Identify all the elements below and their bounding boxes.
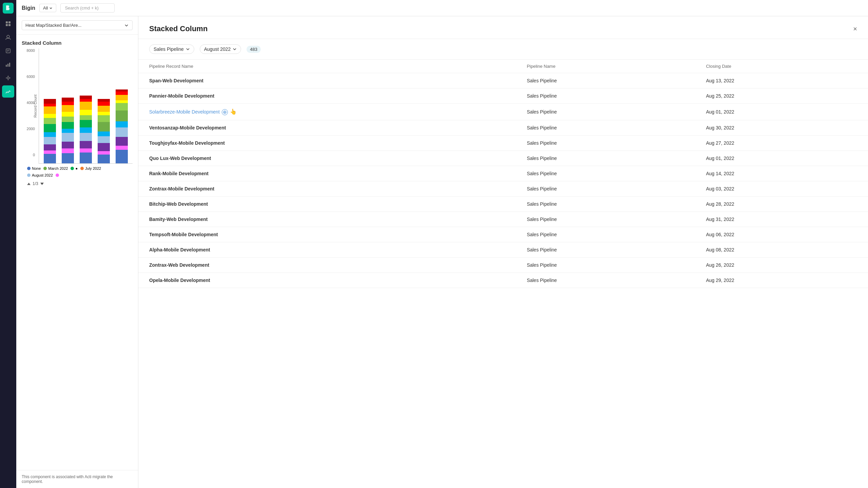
bar-segment xyxy=(116,146,128,150)
cell-pipeline-name: Sales Pipeline xyxy=(516,258,695,273)
svg-rect-2 xyxy=(6,24,8,26)
cell-closing-date: Aug 25, 2022 xyxy=(695,88,868,104)
bar-segment xyxy=(98,115,110,122)
app-logo xyxy=(3,3,14,14)
stacked-bar-4 xyxy=(98,99,110,163)
chevron-down-icon xyxy=(186,47,190,51)
bar-segment xyxy=(98,131,110,136)
record-name-link[interactable]: Solarbreeze-Mobile Development xyxy=(149,109,220,115)
table-header: Pipeline Record Name Pipeline Name Closi… xyxy=(138,60,868,73)
sidebar-nav-icon-2[interactable] xyxy=(2,31,14,43)
cell-record-name: Bamity-Web Development xyxy=(138,212,516,227)
stacked-bar-3 xyxy=(80,96,92,163)
cell-pipeline-name: Sales Pipeline xyxy=(516,197,695,212)
stacked-bar-5 xyxy=(116,89,128,163)
next-icon[interactable] xyxy=(40,183,44,185)
sidebar-nav-icon-5[interactable] xyxy=(2,72,14,84)
sidebar-nav-icon-1[interactable] xyxy=(2,18,14,30)
y-label-0: 0 xyxy=(33,153,35,157)
bar-segment xyxy=(116,95,128,100)
bar-group-1 xyxy=(42,48,58,163)
bar-segment xyxy=(116,137,128,146)
svg-rect-3 xyxy=(8,24,11,26)
main-area: Bigin All Search (cmd + k) Heat Map/Stac… xyxy=(16,0,868,488)
bar-segment xyxy=(80,102,92,110)
bar-segment xyxy=(80,148,92,152)
bar-segment xyxy=(116,127,128,137)
cell-closing-date: Aug 26, 2022 xyxy=(695,258,868,273)
cell-record-name: Opela-Mobile Development xyxy=(138,273,516,288)
sidebar-nav-icon-4[interactable] xyxy=(2,58,14,70)
cell-record-name: Zontrax-Mobile Development xyxy=(138,181,516,197)
bar-segment xyxy=(62,142,74,148)
bar-segment xyxy=(80,152,92,163)
legend-extra xyxy=(56,173,59,177)
search-input[interactable]: Search (cmd + k) xyxy=(60,3,115,13)
cell-closing-date: Aug 27, 2022 xyxy=(695,136,868,151)
cell-pipeline-name: Sales Pipeline xyxy=(516,242,695,258)
legend-label-july: July 2022 xyxy=(85,166,101,170)
open-record-icon[interactable] xyxy=(222,109,228,115)
legend-july: July 2022 xyxy=(80,166,101,170)
bar-segment xyxy=(44,124,56,132)
modal-title: Stacked Column xyxy=(149,24,208,33)
cell-closing-date: Aug 01, 2022 xyxy=(695,104,868,120)
bar-segment xyxy=(62,102,74,105)
table-row: Solarbreeze-Mobile Development👆Sales Pip… xyxy=(138,104,868,120)
cell-record-name: Span-Web Development xyxy=(138,73,516,88)
legend-label-march: March 2022 xyxy=(48,166,68,170)
legend-dot-none xyxy=(27,167,31,170)
cell-pipeline-name: Sales Pipeline xyxy=(516,181,695,197)
bar-segment xyxy=(116,121,128,127)
table-row: Rank-Mobile DevelopmentSales PipelineAug… xyxy=(138,166,868,181)
col-closing-date: Closing Date xyxy=(695,60,868,73)
bar-segment xyxy=(80,110,92,115)
bottom-note-text: This component is associated with Acti m… xyxy=(22,474,113,484)
left-panel: Heat Map/Stacked Bar/Are... Stacked Colu… xyxy=(16,16,138,488)
cell-pipeline-name: Sales Pipeline xyxy=(516,166,695,181)
legend-dot-july xyxy=(80,167,84,170)
bar-segment xyxy=(116,110,128,121)
bar-segment xyxy=(44,118,56,124)
chart-type-label: Heat Map/Stacked Bar/Are... xyxy=(25,23,81,28)
legend-label-none: None xyxy=(32,166,41,170)
svg-rect-10 xyxy=(9,63,10,67)
stacked-bar-1 xyxy=(44,99,56,163)
chart-container: Stacked Column 8000 6000 4000 2000 0 Rec… xyxy=(16,35,138,470)
count-badge: 483 xyxy=(246,46,261,53)
sidebar-nav-icon-3[interactable] xyxy=(2,45,14,57)
col-pipeline-name: Pipeline Name xyxy=(516,60,695,73)
svg-rect-1 xyxy=(8,21,11,23)
cell-record-name: Rank-Mobile Development xyxy=(138,166,516,181)
bar-segment xyxy=(44,144,56,150)
legend-pagination: 1/3 xyxy=(22,180,133,187)
legend-march: March 2022 xyxy=(43,166,68,170)
table-row: Opela-Mobile DevelopmentSales PipelineAu… xyxy=(138,273,868,288)
table-row: Bitchip-Web DevelopmentSales PipelineAug… xyxy=(138,197,868,212)
chart-type-selector: Heat Map/Stacked Bar/Are... xyxy=(16,16,138,35)
bar-segment xyxy=(80,115,92,120)
bar-group-3 xyxy=(78,48,94,163)
cell-record-name: Solarbreeze-Mobile Development👆 xyxy=(138,104,516,120)
bar-segment xyxy=(98,99,110,102)
bar-segment xyxy=(80,141,92,148)
sidebar-nav-icon-6[interactable] xyxy=(2,85,14,98)
chart-type-button[interactable]: Heat Map/Stacked Bar/Are... xyxy=(22,20,133,30)
date-label: August 2022 xyxy=(204,46,231,52)
svg-rect-0 xyxy=(6,21,8,23)
all-button[interactable]: All xyxy=(39,4,56,12)
date-filter[interactable]: August 2022 xyxy=(200,44,241,54)
cell-pipeline-name: Sales Pipeline xyxy=(516,212,695,227)
prev-icon[interactable] xyxy=(27,183,31,185)
bar-group-4 xyxy=(96,48,112,163)
bar-segment xyxy=(44,106,56,114)
table-wrapper: Pipeline Record Name Pipeline Name Closi… xyxy=(138,60,868,488)
pipeline-filter[interactable]: Sales Pipeline xyxy=(149,44,194,54)
svg-rect-8 xyxy=(6,65,7,67)
y-label-2000: 2000 xyxy=(27,127,35,131)
close-button[interactable]: × xyxy=(853,25,857,32)
cell-pipeline-name: Sales Pipeline xyxy=(516,88,695,104)
bar-segment xyxy=(62,133,74,142)
bar-segment xyxy=(44,137,56,144)
cell-closing-date: Aug 31, 2022 xyxy=(695,212,868,227)
